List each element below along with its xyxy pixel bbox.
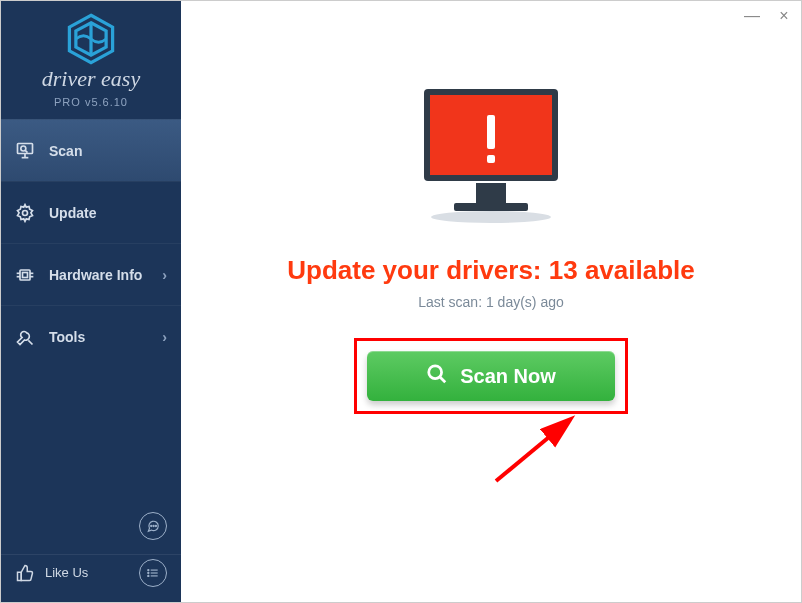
annotation-arrow-icon (486, 411, 596, 491)
thumbs-up-icon (15, 563, 35, 583)
alert-monitor-illustration (406, 81, 576, 231)
last-scan-text: Last scan: 1 day(s) ago (418, 294, 564, 310)
svg-point-30 (431, 211, 551, 223)
brand-name: driver easy (42, 66, 140, 92)
scan-now-button[interactable]: Scan Now (367, 351, 615, 401)
chevron-right-icon: › (162, 329, 167, 345)
headline-suffix: available (578, 255, 695, 285)
svg-point-16 (151, 525, 152, 526)
svg-point-8 (23, 210, 28, 215)
brand-subtitle: PRO v5.6.10 (54, 96, 128, 108)
headline-prefix: Update your drivers: (287, 255, 549, 285)
scan-now-label: Scan Now (460, 365, 556, 388)
sidebar-item-label: Hardware Info (49, 267, 142, 283)
scan-highlight-frame: Scan Now (354, 338, 628, 414)
chevron-right-icon: › (162, 267, 167, 283)
search-monitor-icon (15, 141, 35, 161)
minimize-button[interactable]: — (743, 7, 761, 25)
svg-rect-31 (487, 115, 495, 149)
svg-point-18 (155, 525, 156, 526)
feedback-icon[interactable] (139, 512, 167, 540)
sidebar-item-hardware-info[interactable]: Hardware Info › (1, 243, 181, 305)
sidebar-item-update[interactable]: Update (1, 181, 181, 243)
sidebar: driver easy PRO v5.6.10 Scan Update H (1, 1, 181, 602)
svg-line-35 (496, 423, 566, 481)
chip-icon (15, 265, 35, 285)
svg-rect-19 (18, 572, 22, 580)
window-controls: — × (743, 7, 793, 25)
tools-icon (15, 327, 35, 347)
like-us[interactable]: Like Us (1, 554, 181, 590)
svg-rect-28 (476, 183, 506, 203)
gear-icon (15, 203, 35, 223)
svg-rect-9 (20, 270, 30, 280)
svg-point-25 (148, 575, 149, 576)
svg-point-17 (153, 525, 154, 526)
svg-point-6 (21, 146, 26, 151)
svg-line-34 (440, 376, 446, 382)
headline-count: 13 (549, 255, 578, 285)
sidebar-item-label: Tools (49, 329, 85, 345)
svg-point-24 (148, 572, 149, 573)
svg-rect-10 (23, 272, 28, 277)
menu-list-icon[interactable] (139, 559, 167, 587)
app-root: driver easy PRO v5.6.10 Scan Update H (1, 1, 801, 602)
sidebar-item-label: Scan (49, 143, 82, 159)
svg-point-23 (148, 570, 149, 571)
svg-rect-29 (454, 203, 528, 211)
close-button[interactable]: × (775, 7, 793, 25)
brand: driver easy PRO v5.6.10 (1, 1, 181, 119)
brand-logo-icon (64, 12, 118, 66)
sidebar-item-scan[interactable]: Scan (1, 119, 181, 181)
sidebar-bottom: Like Us (1, 554, 181, 590)
sidebar-item-label: Update (49, 205, 96, 221)
svg-rect-32 (487, 155, 495, 163)
svg-point-33 (429, 365, 442, 378)
like-us-label: Like Us (45, 565, 88, 580)
sidebar-nav: Scan Update Hardware Info › Tools (1, 119, 181, 367)
sidebar-item-tools[interactable]: Tools › (1, 305, 181, 367)
search-icon (426, 363, 448, 390)
svg-line-15 (28, 340, 32, 344)
main-pane: Update your drivers: 13 available Last s… (181, 1, 801, 602)
svg-line-7 (25, 150, 27, 152)
scan-headline: Update your drivers: 13 available (287, 255, 695, 286)
